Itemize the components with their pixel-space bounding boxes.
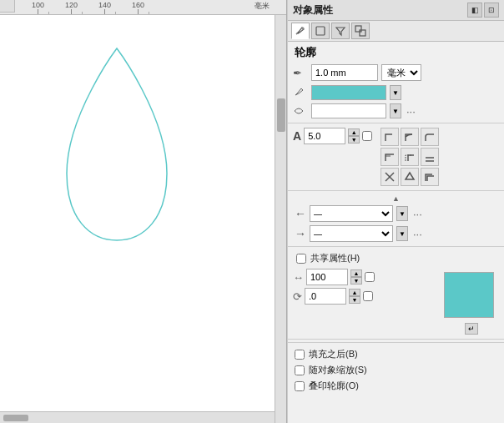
panel-title-bar: 对象属性 ◧ ⊡ — [288, 0, 504, 21]
ruler-tick-sm4 — [149, 12, 149, 14]
preview-swatch — [444, 272, 494, 318]
corner-svg-6 — [424, 151, 436, 163]
tick-sm — [82, 12, 83, 14]
corner-style-5[interactable] — [401, 148, 419, 166]
ruler-unit-label: 亳米 — [255, 1, 270, 12]
shared-prop-label: 共享属性(H) — [310, 252, 360, 264]
pen-icon — [295, 25, 306, 37]
tick — [71, 9, 72, 14]
fill-color-dropdown[interactable]: ▼ — [390, 103, 401, 118]
h-scroll-thumb[interactable] — [3, 415, 28, 421]
tab-transform[interactable] — [351, 23, 370, 39]
color-pen-icon — [293, 86, 308, 100]
tab-filter[interactable] — [331, 23, 350, 39]
scale-preview-row: ↔ ▲ ▼ ⟳ ▲ ▼ — [288, 267, 504, 336]
corner-input[interactable] — [304, 128, 345, 144]
expand-button[interactable]: ⊡ — [484, 3, 499, 18]
fill-color-swatch[interactable] — [311, 103, 386, 118]
scale-spin-up[interactable]: ▲ — [350, 269, 362, 277]
corner-style-9[interactable] — [421, 168, 439, 186]
scroll-up-btn[interactable]: ▲ — [392, 194, 400, 203]
overprint-label: 叠印轮廓(O) — [309, 380, 359, 392]
ruler-tick-sm3 — [115, 12, 116, 14]
shape-icon — [315, 25, 326, 37]
arrow-start-row: → — → ▶ ▼ ··· — [288, 204, 504, 224]
spin-up[interactable]: ▲ — [348, 128, 360, 136]
scroll-arrows: ▲ — [288, 194, 504, 204]
scale-row-inner: ↔ ▲ ▼ — [293, 269, 441, 285]
corner-style-4[interactable] — [381, 148, 399, 166]
corner-spinner: ▲ ▼ — [348, 128, 360, 144]
spin-down[interactable]: ▼ — [348, 136, 360, 144]
corner-svg-5 — [404, 151, 416, 163]
waterdrop-svg — [33, 40, 200, 274]
corner-style-2[interactable] — [401, 128, 419, 146]
tab-pen[interactable] — [291, 23, 310, 39]
color-row-2: ▼ ··· — [288, 102, 504, 120]
more-options-btn[interactable]: ··· — [405, 105, 417, 118]
width-input[interactable] — [311, 64, 378, 81]
right-panel: 对象属性 ◧ ⊡ — [287, 0, 504, 423]
fill-after-checkbox[interactable] — [295, 350, 305, 360]
arrow-start-select[interactable]: — → ▶ — [310, 205, 393, 222]
arrow-end-row: → — → ▶ ▼ ··· — [288, 224, 504, 244]
corner-style-3[interactable] — [421, 128, 439, 146]
svg-rect-2 — [355, 26, 361, 32]
color-row-1: ▼ — [288, 83, 504, 102]
angle-checkbox[interactable] — [363, 291, 373, 301]
main-container: 100 120 140 160 亳米 — [0, 0, 504, 423]
separator-4 — [288, 339, 504, 340]
angle-spin-up[interactable]: ▲ — [349, 289, 360, 296]
corner-style-6[interactable] — [421, 148, 439, 166]
scale-spin-down[interactable]: ▼ — [350, 277, 362, 285]
angle-input[interactable] — [305, 288, 346, 305]
scroll-thumb[interactable] — [277, 98, 285, 132]
separator-1 — [288, 123, 504, 123]
ruler-mark-140: 140 — [98, 1, 111, 14]
fill-after-label: 填充之后(B) — [309, 348, 358, 360]
unit-select[interactable]: 毫米 厘米 像素 英寸 — [381, 64, 421, 81]
color-icon-svg — [293, 86, 305, 98]
corner-svg-4 — [384, 151, 396, 163]
corner-icons-row1 — [381, 128, 439, 146]
arrow-end-more[interactable]: ··· — [411, 228, 424, 240]
scale-with-obj-checkbox[interactable] — [295, 365, 305, 375]
apply-btn[interactable]: ↵ — [465, 323, 478, 335]
scale-checkbox[interactable] — [365, 272, 375, 282]
stroke-color-swatch[interactable] — [311, 85, 386, 100]
svg-rect-3 — [360, 30, 365, 36]
scale-with-obj-label: 随对象缩放(S) — [309, 364, 367, 376]
arrow-end-select[interactable]: — → ▶ — [310, 225, 393, 242]
canvas-scrollbar[interactable] — [275, 15, 286, 423]
corner-style-1[interactable] — [381, 128, 399, 146]
tab-shape[interactable] — [311, 23, 330, 39]
corner-checkbox[interactable] — [362, 131, 372, 141]
angle-icon: ⟳ — [293, 290, 302, 303]
fill-icon-svg — [293, 104, 305, 116]
arrow-start-icon: → — [295, 207, 306, 220]
corner-left: A ▲ ▼ — [293, 128, 372, 144]
tick — [104, 9, 105, 14]
scale-inputs: ↔ ▲ ▼ ⟳ ▲ ▼ — [293, 269, 441, 305]
corner-style-7[interactable] — [381, 168, 399, 186]
canvas-area: 100 120 140 160 亳米 — [0, 0, 287, 423]
preview-area: ↵ — [444, 269, 499, 335]
overprint-row: 叠印轮廓(O) — [295, 378, 497, 394]
arrow-start-dropdown[interactable]: ▼ — [396, 206, 408, 221]
fill-after-row: 填充之后(B) — [295, 346, 497, 362]
pin-button[interactable]: ◧ — [467, 3, 482, 18]
arrow-end-dropdown[interactable]: ▼ — [396, 226, 408, 241]
shared-prop-checkbox[interactable] — [296, 254, 306, 264]
corner-style-8[interactable] — [401, 168, 419, 186]
pen-width-icon: ✒ — [293, 67, 308, 79]
scale-with-obj-row: 随对象缩放(S) — [295, 362, 497, 378]
angle-spin-down[interactable]: ▼ — [349, 296, 360, 304]
overprint-checkbox[interactable] — [295, 381, 305, 391]
corner-svg-2 — [404, 131, 416, 143]
tick-sm — [115, 12, 116, 14]
arrow-start-more[interactable]: ··· — [411, 208, 424, 220]
h-scrollbar[interactable] — [0, 411, 275, 423]
scale-input[interactable] — [306, 269, 348, 285]
stroke-color-dropdown[interactable]: ▼ — [390, 85, 401, 100]
ruler-tick-sm2 — [82, 12, 83, 14]
